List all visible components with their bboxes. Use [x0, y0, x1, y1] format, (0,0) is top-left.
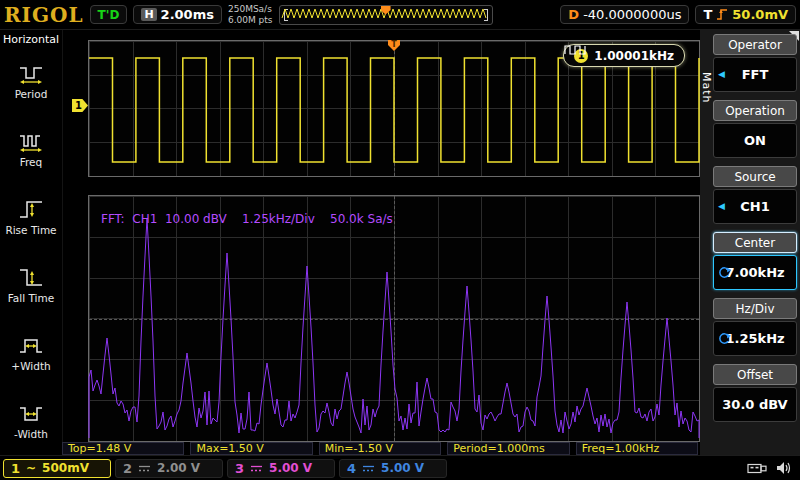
measurement-max[interactable]: Max=1.50 V	[190, 442, 312, 455]
speaker-icon[interactable]	[776, 461, 792, 475]
channel2-number: 2	[123, 461, 132, 476]
period-icon	[16, 63, 46, 85]
menu-item-header: Source	[713, 166, 797, 187]
measurement-bar: Top=1.48 V Max=1.50 V Min=-1.50 V Period…	[62, 442, 698, 455]
channel2-status[interactable]: 2 2.00 V	[115, 459, 223, 478]
menu-item-header: Operation	[713, 100, 797, 121]
offset-value: 30.0 dBV	[722, 397, 787, 412]
freq-counter-value: 1.00001kHz	[594, 49, 674, 63]
trigger-status-badge[interactable]: T'D	[90, 5, 128, 24]
operator-value: FFT	[742, 67, 769, 82]
square-wave-icon	[564, 45, 588, 55]
channel-waveform-grid: 1 T 1 1.00001kHz	[88, 40, 700, 177]
menu-item-header: Hz/Div	[713, 298, 797, 319]
channel1-position-marker[interactable]: 1	[72, 99, 88, 112]
timebase-value: 2.00ms	[161, 7, 214, 22]
menu-item-value: ◀ CH1	[713, 189, 797, 224]
channel1-scale: 500mV	[42, 461, 89, 475]
trigger-info-box[interactable]: T 50.0mV	[695, 5, 796, 24]
rotate-knob-icon	[718, 332, 731, 345]
menu-item-offset[interactable]: Offset 30.0 dBV	[713, 364, 797, 426]
sidebar-item-rise-time[interactable]: Rise Time	[0, 183, 62, 251]
minus-width-icon	[16, 403, 46, 425]
sidebar-item-fall-time[interactable]: Fall Time	[0, 251, 62, 319]
h-label: H	[141, 8, 156, 21]
hzdiv-value: 1.25kHz	[725, 331, 784, 346]
left-arrow-icon: ◀	[718, 70, 725, 79]
sidebar-item-label: Rise Time	[5, 224, 56, 236]
sidebar-item-freq[interactable]: Freq	[0, 115, 62, 183]
menu-item-value: 1.25kHz	[713, 321, 797, 356]
trigger-level-value: 50.0mV	[732, 7, 788, 22]
oscilloscope-screen: RIGOL T'D H 2.00ms 250MSa/s 6.00M pts D …	[0, 0, 800, 480]
menu-item-header: Center	[713, 232, 797, 253]
status-icons	[747, 461, 792, 475]
horizontal-preview[interactable]	[279, 5, 493, 25]
rotate-knob-icon	[718, 266, 731, 279]
sidebar-item-plus-width[interactable]: +Width	[0, 319, 62, 387]
channel-status-bar: 1 ~ 500mV 2 2.00 V 3 5.00 V 4	[0, 455, 800, 480]
channel1-status[interactable]: 1 ~ 500mV	[3, 459, 111, 478]
channel4-status[interactable]: 4 5.00 V	[339, 459, 447, 478]
rising-edge-icon	[716, 8, 728, 21]
menu-item-hzdiv[interactable]: Hz/Div 1.25kHz	[713, 298, 797, 360]
freq-icon	[16, 131, 46, 153]
channel4-scale: 5.00 V	[381, 461, 424, 475]
menu-item-value: 7.00kHz	[713, 255, 797, 290]
channel3-status[interactable]: 3 5.00 V	[227, 459, 335, 478]
channel3-scale: 5.00 V	[269, 461, 312, 475]
fall-time-icon	[16, 267, 46, 289]
usb-icon[interactable]	[747, 462, 767, 475]
delay-value: -40.0000000us	[583, 7, 681, 22]
math-menu: Math Operator ◀ FFT Operation ON Source …	[700, 30, 800, 455]
sidebar-title: Horizontal	[0, 30, 62, 47]
horizontal-measure-sidebar: Horizontal Period Freq Rise Tim	[0, 30, 63, 455]
channel3-number: 3	[235, 461, 244, 476]
operation-value: ON	[744, 133, 766, 148]
channel2-scale: 2.00 V	[157, 461, 200, 475]
center-value: 7.00kHz	[725, 265, 784, 280]
fft-spectrum-grid: FFT: CH1 10.00 dBV 1.25kHz/Div 50.0k Sa/…	[88, 195, 700, 442]
dc-coupling-icon	[362, 464, 375, 473]
menu-item-source[interactable]: Source ◀ CH1	[713, 166, 797, 228]
measurement-period[interactable]: Period=1.000ms	[447, 442, 569, 455]
menu-item-operator[interactable]: Operator ◀ FFT	[713, 34, 797, 96]
sidebar-item-label: Fall Time	[8, 292, 54, 304]
rigol-logo: RIGOL	[4, 3, 84, 27]
sidebar-item-label: Period	[15, 88, 48, 100]
sidebar-item-label: +Width	[11, 360, 50, 372]
dc-coupling-icon	[138, 464, 151, 473]
menu-item-value: ON	[713, 123, 797, 158]
measurement-top[interactable]: Top=1.48 V	[62, 442, 184, 455]
measurement-min[interactable]: Min=-1.50 V	[319, 442, 441, 455]
sidebar-item-label: -Width	[14, 428, 48, 440]
source-value: CH1	[740, 199, 769, 214]
topbar: RIGOL T'D H 2.00ms 250MSa/s 6.00M pts D …	[0, 0, 800, 30]
sample-rate: 250MSa/s	[228, 4, 273, 15]
measurement-freq[interactable]: Freq=1.00kHz	[576, 442, 698, 455]
dc-coupling-icon	[250, 464, 263, 473]
acquisition-info: 250MSa/s 6.00M pts	[228, 4, 273, 26]
menu-item-operation[interactable]: Operation ON	[713, 100, 797, 162]
menu-items: Operator ◀ FFT Operation ON Source ◀ CH1	[713, 34, 797, 426]
rise-time-icon	[16, 199, 46, 221]
trigger-status-label: T'D	[98, 8, 120, 22]
sidebar-item-label: Freq	[20, 156, 43, 168]
plus-width-icon	[16, 335, 46, 357]
menu-item-value: ◀ FFT	[713, 57, 797, 92]
left-arrow-icon: ◀	[718, 202, 725, 211]
fft-spectrum-trace	[89, 196, 699, 441]
frequency-counter-badge: 1 1.00001kHz	[563, 44, 685, 67]
menu-item-value: 30.0 dBV	[713, 387, 797, 422]
sidebar-item-period[interactable]: Period	[0, 47, 62, 115]
ac-coupling-icon: ~	[26, 461, 36, 475]
sidebar-item-minus-width[interactable]: -Width	[0, 387, 62, 455]
menu-item-header: Operator	[713, 34, 797, 55]
delay-box[interactable]: D -40.0000000us	[560, 5, 689, 24]
menu-item-center[interactable]: Center 7.00kHz	[713, 232, 797, 294]
trigger-label: T	[703, 7, 712, 22]
display-area: 1 T 1 1.00001kHz FFT: CH1 10.00 dBV 1.25…	[62, 30, 700, 455]
channel1-number: 1	[11, 461, 20, 476]
channel4-number: 4	[347, 461, 356, 476]
horizontal-timebase-box[interactable]: H 2.00ms	[133, 5, 222, 24]
